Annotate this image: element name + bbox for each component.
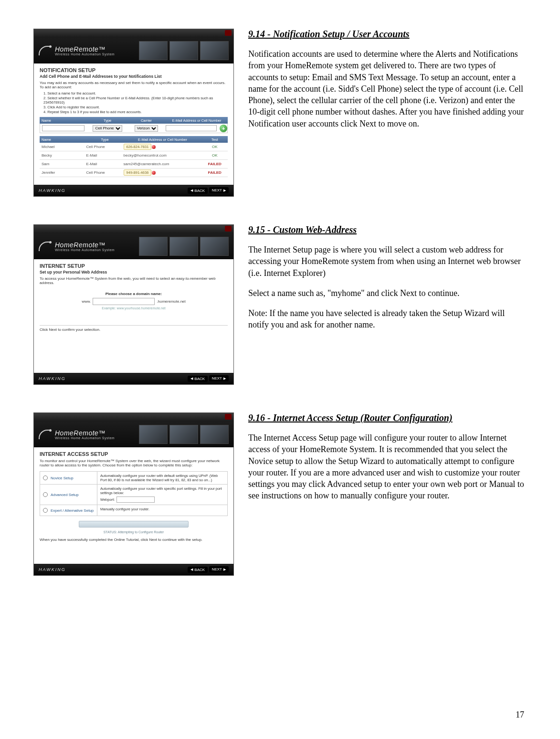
header-type: Type: [88, 118, 127, 123]
next-button[interactable]: NEXT: [209, 187, 229, 193]
carrier-select[interactable]: Verizon: [135, 125, 158, 132]
hero-thumbs: [139, 237, 229, 256]
panel-subheading: Set up your Personal Web Address: [40, 270, 228, 274]
next-button[interactable]: NEXT: [209, 566, 229, 572]
close-icon[interactable]: [225, 414, 232, 420]
footer-brand: HAWKING: [39, 188, 66, 193]
cell-type: Cell Phone: [86, 145, 124, 149]
domain-input[interactable]: [93, 298, 155, 305]
cell-address: becky@homecontrol.com: [124, 153, 202, 158]
option-label: Advanced Setup: [51, 493, 79, 497]
option-desc: Automatically configure your router with…: [97, 472, 227, 484]
cell-address[interactable]: 626-824-7831: [124, 144, 152, 150]
table-row: Sam E-Mail sam245@cameratech.com FAILED: [40, 160, 228, 169]
option-advanced[interactable]: Advanced Setup Automatically configure y…: [40, 485, 227, 505]
screenshot-notification-setup: HomeRemote™ Wireless Home Automation Sys…: [33, 29, 234, 197]
panel-heading: INTERNET ACCESS SETUP: [40, 451, 228, 457]
table-row: Jennifer Cell Phone 949-891-4636 FAILED: [40, 169, 228, 177]
cell-name: Michael: [40, 145, 86, 149]
cell-address: sam245@cameratech.com: [124, 162, 202, 166]
section-body-915a: The Internet Setup page is where you wil…: [248, 244, 527, 279]
app-banner: HomeRemote™ Wireless Home Automation Sys…: [34, 422, 233, 447]
www-prefix: www.: [82, 299, 91, 304]
list-header-row: Name Type E-Mail Address or Cell Number …: [40, 136, 228, 143]
step-line: 1. Select a name for the account.: [43, 91, 228, 95]
option-desc: Manually configure your router.: [97, 505, 227, 516]
cell-status: OK: [201, 153, 228, 158]
close-icon[interactable]: [225, 226, 232, 232]
page-number: 17: [516, 710, 524, 720]
step-line: 3. Click Add to register the account.: [43, 105, 228, 109]
step-line: 4. Repeat Steps 1 to 3 if you would like…: [43, 110, 228, 114]
account-name-input[interactable]: [42, 125, 85, 131]
cell-name: Jennifer: [40, 170, 86, 175]
table-row: Becky E-Mail becky@homecontrol.com OK: [40, 151, 228, 160]
intro-text: To access your HomeRemote™ System from t…: [40, 276, 228, 285]
screenshot-internet-access-setup: HomeRemote™ Wireless Home Automation Sys…: [33, 412, 234, 576]
brand-label: HomeRemote™ Wireless Home Automation Sys…: [55, 46, 115, 56]
radio-icon[interactable]: [43, 492, 48, 497]
list-header-test: Test: [201, 137, 228, 142]
brand-arc-icon: [39, 242, 50, 251]
status-label: STATUS: Attempting to Configure Router: [40, 530, 228, 534]
back-button[interactable]: BACK: [188, 188, 208, 194]
cell-address[interactable]: 949-891-4636: [124, 169, 152, 176]
table-row: Michael Cell Phone 626-824-7831 OK: [40, 143, 228, 151]
footer-brand: HAWKING: [39, 376, 66, 381]
next-button[interactable]: NEXT: [209, 375, 229, 381]
domain-example: Example: www.yourhouse.homeremote.net: [40, 306, 228, 310]
cell-name: Becky: [40, 153, 86, 158]
close-icon[interactable]: [225, 30, 232, 36]
hero-thumbs: [139, 41, 229, 60]
option-label: Novice Setup: [51, 476, 74, 480]
webport-label: Webport:: [100, 497, 115, 502]
add-account-button[interactable]: +: [220, 125, 227, 132]
app-banner: HomeRemote™ Wireless Home Automation Sys…: [34, 233, 233, 259]
section-body-915b: Select a name such as, "myhome" and clic…: [248, 287, 527, 299]
intro-text: You may add as many accounts as necessar…: [40, 81, 228, 89]
section-title-914: 9.14 - Notification Setup / User Account…: [248, 29, 527, 40]
option-desc: Automatically configure your router with…: [100, 486, 224, 495]
radio-icon[interactable]: [43, 508, 48, 513]
option-expert[interactable]: Expert / Alternative Setup Manually conf…: [40, 505, 227, 516]
option-novice[interactable]: Novice Setup Automatically configure you…: [40, 472, 227, 485]
account-address-input[interactable]: [166, 125, 217, 131]
section-title-916: 9.16 - Internet Access Setup (Router Con…: [248, 412, 527, 423]
header-name: Name: [40, 118, 88, 123]
option-label: Expert / Alternative Setup: [51, 508, 94, 513]
header-carrier: Carrier: [127, 118, 166, 123]
account-type-select[interactable]: Cell Phone: [93, 125, 122, 132]
panel-heading: INTERNET SETUP: [40, 263, 228, 269]
radio-icon[interactable]: [43, 475, 48, 480]
section-body-915c: Note: If the name you have selected is a…: [248, 307, 527, 331]
hero-thumbs: [139, 425, 229, 444]
brand-label: HomeRemote™ Wireless Home Automation Sys…: [55, 242, 115, 252]
list-header-type: Type: [86, 137, 124, 142]
section-title-915: 9.15 - Custom Web-Address: [248, 224, 527, 235]
cell-type: E-Mail: [86, 162, 124, 166]
footer-brand: HAWKING: [39, 567, 66, 572]
back-button[interactable]: BACK: [188, 376, 208, 382]
domain-label: Please choose a domain name:: [40, 292, 228, 296]
back-button[interactable]: BACK: [188, 567, 208, 573]
window-titlebar: [34, 225, 233, 233]
webport-input[interactable]: [116, 496, 155, 503]
section-body-914: Notification accounts are used to determ…: [248, 48, 527, 129]
tutorial-line: When you have successfully completed the…: [40, 538, 228, 542]
window-titlebar: [34, 29, 233, 38]
wizard-footer: HAWKING BACK NEXT: [34, 564, 233, 575]
section-body-916: The Internet Access Setup page will conf…: [248, 432, 527, 502]
brand-arc-icon: [39, 46, 50, 55]
step-line: 2. Select whether it will be a Cell Phon…: [43, 96, 228, 105]
status-progress-bar: [79, 521, 189, 528]
window-titlebar: [34, 413, 233, 422]
steps-list: 1. Select a name for the account. 2. Sel…: [43, 91, 228, 114]
list-header-name: Name: [40, 137, 86, 142]
cell-status: OK: [201, 145, 228, 149]
wizard-footer: HAWKING BACK NEXT: [34, 185, 233, 196]
cell-name: Sam: [40, 162, 86, 166]
domain-suffix: .homeremote.net: [157, 299, 185, 304]
cell-type: E-Mail: [86, 153, 124, 158]
intro-text: To monitor and control your HomeRemote™ …: [40, 459, 228, 467]
header-address: E-Mail Address or Cell Number: [166, 118, 228, 123]
